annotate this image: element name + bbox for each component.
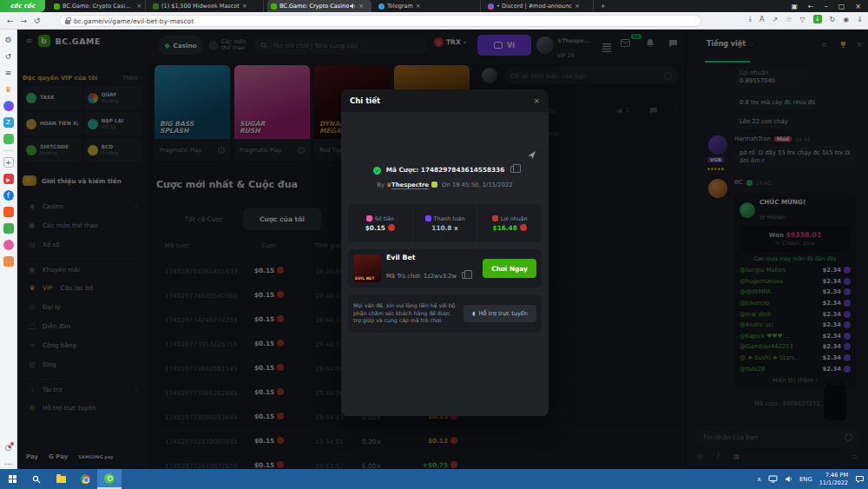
shop-icon[interactable] [3,223,14,234]
downloads-icon[interactable]: ⇓ [857,16,863,23]
stat-amount: Số tiền $0.15 [348,204,412,242]
coccoc-side-rail: ⚙ ↺ ≡ ♛ Z + ▶ f ◔ ⋯ [0,30,17,469]
rail-divider [3,150,14,151]
tab-close-icon[interactable]: × [416,3,421,10]
windows-taskbar: ∧ ENG 7:46 PM11/1/2022 [0,469,868,489]
lock-icon[interactable] [65,20,70,24]
browser-tabstrip: cốc cốc BC.Game: Crypto Casino Gan × (1)… [0,0,868,12]
bcgame-site: ≡ b BC.GAME Đặc quyền VIP của tôi Thêm ›… [17,30,868,469]
game-thumbnail[interactable]: EVIL BET [353,254,381,282]
browser-tab-1[interactable]: BC.Game: Crypto Casino Gan × [50,0,146,12]
network-icon[interactable] [768,475,778,483]
youtube-icon[interactable]: ▶ [3,174,14,184]
taskbar-clock[interactable]: 7:46 PM11/1/2022 [819,472,848,487]
games-icon[interactable] [3,134,14,144]
online-support-button[interactable]: ◖ Hỗ trợ trực tuyến [464,305,536,322]
save-page-icon[interactable]: ⤓ [749,15,753,23]
modal-header: Chi tiết × [341,89,549,112]
address-bar[interactable]: bc.game/vi/game/evil-bet-by-mascot [59,15,701,27]
taskbar-search-icon[interactable] [24,469,49,489]
forward-button[interactable]: → [21,17,28,25]
history-icon[interactable]: ↺ [3,51,14,62]
game-name: Evil Bet [386,253,477,263]
bet-stats: Số tiền $0.15 Thanh toán 110.8 x Lợi nhu… [348,204,542,242]
browser-tab-2[interactable]: (1) $1,500 Midweek Mascot × [149,0,264,12]
close-button[interactable]: × [855,3,861,10]
stat-payout: Thanh toán 110.8 x [412,204,477,242]
trx-coin-icon [520,224,527,231]
reload-button[interactable]: ↺ [34,17,41,25]
support-note: Mọi vấn đề, xin vui lòng liên hệ với bộ … [353,302,458,326]
send-tab-icon[interactable]: ← [808,3,814,10]
telegram-favicon [378,3,385,10]
chrome-icon[interactable] [73,469,97,489]
tab-close-icon[interactable]: × [358,3,364,10]
settings-gear-icon[interactable]: ⚙ [3,35,14,45]
stat-profit: Lợi nhuận $16.48 [477,204,542,242]
add-shortcut-icon[interactable]: + [3,157,14,168]
volume-icon[interactable] [785,475,792,483]
browser-tab-4[interactable]: Telegram × [375,0,481,12]
pip-icon[interactable]: ▣ [791,3,798,10]
system-tray: ∧ ENG 7:46 PM11/1/2022 [757,469,865,489]
file-explorer-icon[interactable] [49,469,73,489]
modal-note-row: Mọi vấn đề, xin vui lòng liên hệ với bộ … [348,294,542,333]
tab-close-icon[interactable]: × [575,3,580,10]
zalo-icon[interactable]: Z [3,117,14,128]
facebook-icon[interactable]: f [3,190,14,201]
share-icon[interactable] [527,150,536,160]
translate-icon[interactable]: A [760,16,764,23]
browser-tab-5[interactable]: • Discord | #mod-announc × [484,0,594,12]
bet-details-modal: Chi tiết × ✓ Mã Cược: 174829784361455833… [341,89,549,416]
bookmark-star-icon[interactable]: ☆ [786,16,792,23]
copy-icon[interactable] [510,166,516,173]
messenger-icon[interactable] [3,101,14,111]
play-now-button[interactable]: Chơi Ngay [483,259,536,278]
screen: cốc cốc BC.Game: Crypto Casino Gan × (1)… [0,0,868,489]
shopee-icon[interactable] [3,207,14,217]
minimize-button[interactable]: – [825,3,828,10]
trx-coin-icon [388,224,395,231]
modal-title: Chi tiết [350,96,380,105]
action-center-icon[interactable] [855,475,865,484]
start-button[interactable] [0,469,24,489]
extension-download-icon[interactable]: ↓ [813,15,822,23]
browser-tab-3-active[interactable]: BC.Game: Crypto Casino × [267,0,372,12]
amount-icon [366,215,372,221]
language-indicator[interactable]: ENG [799,476,812,483]
share-icon[interactable]: ↗ [773,16,779,23]
game-code: Mã Trò chơi: 1z2wv3:2w [386,273,468,280]
notifications-bell-icon[interactable]: ◔ [3,442,14,453]
toolbar-icons: ⤓ A ↗ ☆ ▽ ↓ ↻ ◉ ⇓ [749,15,863,23]
social-icon[interactable] [3,240,14,250]
profile-avatar-icon[interactable]: ◉ [843,16,849,23]
back-button[interactable]: ← [7,17,14,25]
bcgame-favicon [153,3,159,10]
url-text: bc.game/vi/game/evil-bet-by-mascot [74,17,194,25]
copy-icon[interactable] [462,272,468,279]
modal-game-row: EVIL BET Evil Bet Mã Trò chơi: 1z2wv3:2w… [348,249,542,287]
vip-crown-icon[interactable]: ♛ [3,84,14,95]
coccoc-logo[interactable]: cốc cốc [0,0,45,12]
cart-icon[interactable] [3,256,14,267]
tab-close-icon[interactable]: × [136,3,141,10]
bet-author[interactable]: Thespectre [391,182,429,189]
level-badge-icon [431,182,437,188]
tab-audio-icon[interactable] [349,3,356,10]
window-controls: ▣ ← – ▢ × [791,0,868,12]
tab-close-icon[interactable]: × [242,3,247,10]
new-tab-button[interactable]: + [597,0,611,12]
bet-id-row: ✓ Mã Cược: 1748297843614558336 [341,166,549,175]
rail-more-icon[interactable]: ⋯ [3,459,14,469]
coccoc-taskbar-icon[interactable] [97,469,122,489]
profit-icon [492,215,498,221]
sync-icon[interactable]: ↻ [830,16,836,23]
headset-icon: ◖ [472,310,475,317]
discord-favicon [488,3,494,10]
modal-close-icon[interactable]: × [533,96,540,105]
verified-shield-icon: ✓ [373,167,381,175]
tray-expand-icon[interactable]: ∧ [757,476,761,483]
reading-list-icon[interactable]: ≡ [3,68,14,78]
adblock-shield-icon[interactable]: ▽ [799,16,805,23]
maximize-button[interactable]: ▢ [838,3,845,10]
